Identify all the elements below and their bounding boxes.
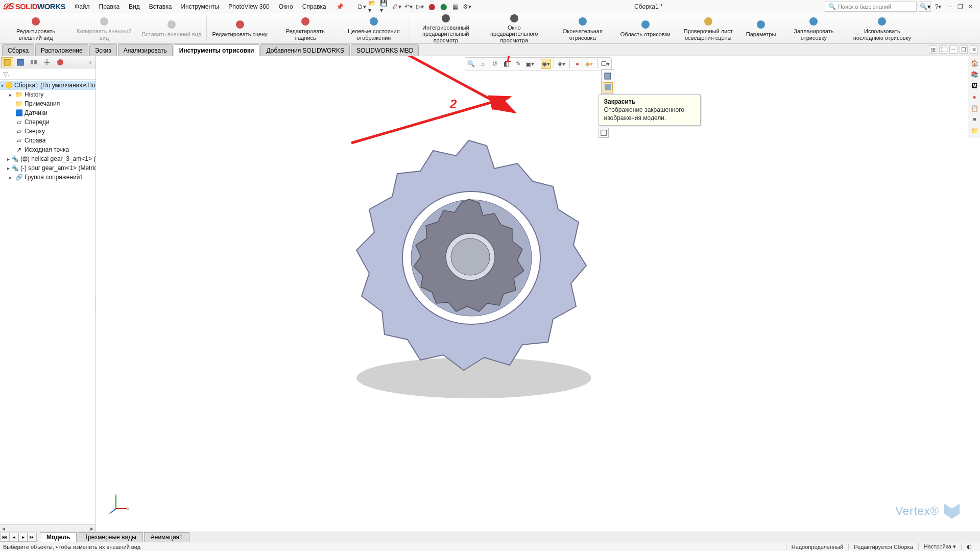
graphics-viewport[interactable]: 🔍 ⌕ ↺ ◧ ✎ ▣▾ ◉▾ ◈▾ ● ◆▾ 🖵▾ (96, 56, 980, 532)
close-button[interactable]: ✕ (966, 3, 975, 11)
open-doc-icon[interactable]: 📂▾ (368, 2, 378, 12)
search-button[interactable]: 🔍▾ (919, 2, 931, 12)
orientation-icon[interactable]: ▣▾ (525, 59, 535, 69)
tab-1[interactable]: Расположение (35, 44, 88, 56)
ribbon-btn-0[interactable]: Редактировать внешний вид (2, 14, 69, 43)
menu-photoview[interactable]: PhotoView 360 (224, 2, 274, 12)
ribbon-btn-8[interactable]: Окончательная отрисовка (549, 14, 616, 43)
new-doc-icon[interactable]: 🗋▾ (356, 2, 367, 12)
prev-view-icon[interactable]: ↺ (490, 59, 500, 69)
expand-icon[interactable]: ▾ (1, 83, 4, 88)
select-icon[interactable]: ▷▾ (415, 2, 425, 12)
tree-node-9[interactable]: ▸🔗Группа сопряжений1 (0, 173, 95, 182)
tab-4[interactable]: Инструменты отрисовки (174, 44, 260, 56)
tree-scrollbar[interactable]: ◂ ▸ (0, 524, 95, 532)
scroll-right-icon[interactable]: ▸ (88, 525, 95, 532)
rebuild-icon[interactable]: ⬤ (427, 2, 437, 12)
shaded-icon[interactable] (603, 82, 613, 92)
tree-node-4[interactable]: ▱Сверху (0, 127, 95, 136)
undo-icon[interactable]: ↶▾ (403, 2, 414, 12)
tree-node-3[interactable]: ▱Спереди (0, 117, 95, 127)
tp-forum-icon[interactable]: 📁 (969, 126, 979, 136)
tree-node-2[interactable]: 🟦Датчики (0, 108, 95, 117)
prev-sheet-icon[interactable]: ◂ (9, 533, 18, 542)
tp-appear-icon[interactable]: ● (969, 92, 979, 102)
tree-tab-dim-icon[interactable] (41, 57, 53, 67)
save-icon[interactable]: 💾▾ (380, 2, 390, 12)
tp-design-icon[interactable]: 📚 (969, 69, 979, 80)
tree-tab-feature-icon[interactable] (1, 57, 13, 67)
tree-filter-bar[interactable]: ▽. (0, 68, 95, 80)
ribbon-btn-5[interactable]: Целевые состояния отображения (340, 14, 408, 43)
status-custom[interactable]: Настройка ▾ (918, 543, 961, 550)
view-triad[interactable]: y x z (109, 493, 129, 514)
pane-expand-icon[interactable]: ⛶ (939, 45, 947, 54)
ribbon-btn-12[interactable]: Запланировать отрисовку (780, 14, 847, 43)
tree-node-0[interactable]: ▸📁History (0, 90, 95, 99)
pane-min-icon[interactable]: ─ (949, 45, 958, 54)
tree-root[interactable]: ▾🟡Сборка1 (По умолчанию<По у (0, 81, 95, 90)
bottom-tab-2[interactable]: Анимация1 (144, 532, 189, 542)
tab-5[interactable]: Добавления SOLIDWORKS (260, 44, 350, 56)
ribbon-btn-3[interactable]: Редактировать сцену (209, 14, 270, 43)
tree-node-1[interactable]: 📁Примечания (0, 99, 95, 108)
search-box[interactable]: 🔍 (825, 2, 917, 12)
print-icon[interactable]: 🖨▾ (392, 2, 402, 12)
next-sheet-icon[interactable]: ▸ (18, 533, 28, 542)
hide-show-icon[interactable]: ◈▾ (557, 59, 567, 69)
expand-icon[interactable]: ▸ (7, 92, 13, 98)
bottom-tab-1[interactable]: Трехмерные виды (78, 532, 142, 542)
rebuild2-icon[interactable]: ⬤ (439, 2, 449, 12)
dyn-annot-icon[interactable]: ✎ (513, 59, 523, 69)
ribbon-btn-9[interactable]: Область отрисовки (617, 14, 674, 43)
last-sheet-icon[interactable]: ⏭ (28, 533, 37, 542)
pane-split-icon[interactable]: ⊞ (929, 45, 937, 54)
search-input[interactable] (838, 4, 913, 10)
zoom-area-icon[interactable]: ⌕ (478, 59, 488, 69)
menu-insert[interactable]: Вставка (145, 2, 176, 12)
ribbon-btn-4[interactable]: Редактировать надпись (272, 14, 339, 43)
scene-icon[interactable]: ◆▾ (584, 59, 594, 69)
ribbon-btn-11[interactable]: Параметры (743, 14, 779, 43)
tp-disp-icon[interactable]: ≡ (969, 114, 979, 125)
pin-icon[interactable]: 📌 (334, 2, 345, 12)
expand-icon[interactable]: ▸ (7, 156, 10, 162)
menu-tools[interactable]: Инструменты (177, 2, 223, 12)
scroll-left-icon[interactable]: ◂ (0, 525, 7, 532)
options-icon[interactable]: ⚙▾ (462, 2, 472, 12)
help-icon[interactable]: ?▾ (933, 2, 943, 12)
tree-node-6[interactable]: ↗Исходная точка (0, 145, 95, 154)
tab-3[interactable]: Анализировать (118, 44, 173, 56)
ribbon-btn-6[interactable]: Интегрированный предварительный просмотр (412, 14, 480, 43)
ribbon-btn-10[interactable]: Проверочный лист освещения сцены (675, 14, 742, 43)
first-sheet-icon[interactable]: ⏮ (0, 533, 9, 542)
section-view-icon[interactable]: ◧ (501, 59, 512, 69)
menu-window[interactable]: Окно (275, 2, 297, 12)
pane-max-icon[interactable]: ❐ (960, 45, 968, 54)
tab-0[interactable]: Сборка (2, 44, 34, 56)
menu-edit[interactable]: Правка (95, 2, 124, 12)
tab-2[interactable]: Эскиз (89, 44, 117, 56)
tree-node-7[interactable]: ▸🔩(ф) helical gear_3_am<1> (M (0, 154, 95, 163)
tree-tab-property-icon[interactable] (14, 57, 27, 67)
tree-expand-arrow[interactable]: › (86, 59, 94, 66)
tree-node-8[interactable]: ▸🔩(-) spur gear_am<1> (Metric (0, 163, 95, 173)
tp-view-icon[interactable]: 🖼 (969, 81, 979, 91)
shaded-edges-icon[interactable] (603, 71, 613, 81)
view-settings-icon[interactable]: 🖵▾ (600, 59, 610, 69)
display-style-icon[interactable]: ◉▾ (541, 59, 551, 69)
restore-button[interactable]: ❐ (955, 3, 965, 11)
tree-tab-display-icon[interactable] (54, 57, 66, 67)
menu-file[interactable]: Файл (70, 2, 94, 12)
bottom-tab-0[interactable]: Модель (40, 532, 77, 542)
zoom-fit-icon[interactable]: 🔍 (466, 59, 476, 69)
options2-icon[interactable]: ▦ (450, 2, 461, 12)
tp-custom-icon[interactable]: 📋 (969, 103, 979, 113)
tab-6[interactable]: SOLIDWORKS MBD (351, 44, 419, 56)
tree-tab-config-icon[interactable] (28, 57, 40, 67)
ribbon-btn-13[interactable]: Использовать последнюю отрисовку (848, 14, 916, 43)
menu-help[interactable]: Справка (298, 2, 330, 12)
tp-home-icon[interactable]: 🏠 (969, 58, 979, 68)
expand-icon[interactable]: ▸ (7, 165, 10, 171)
expand-icon[interactable]: ▸ (7, 175, 13, 180)
